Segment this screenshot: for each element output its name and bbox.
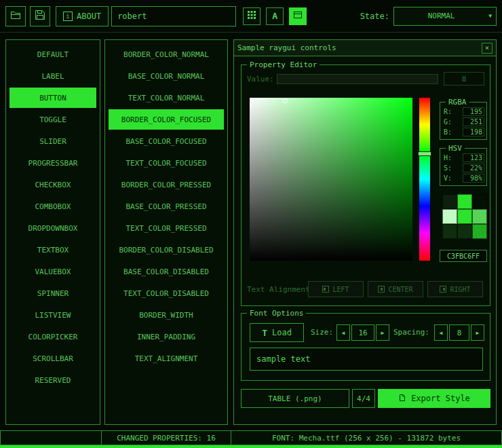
property-item-text-alignment[interactable]: TEXT_ALIGNMENT (109, 348, 224, 369)
font-load-button[interactable]: T Load (250, 323, 304, 342)
size-decrement-button[interactable]: ◀ (336, 324, 350, 341)
save-style-button[interactable] (30, 6, 50, 26)
control-item-scrollbar[interactable]: SCROLLBAR (9, 348, 96, 369)
style-color-swatch-0[interactable] (442, 194, 457, 209)
style-color-swatch-1[interactable] (457, 194, 472, 209)
property-editor-title: Property Editor (247, 60, 320, 69)
property-item-inner-padding[interactable]: INNER_PADDING (109, 326, 224, 347)
control-item-listview[interactable]: LISTVIEW (9, 305, 96, 325)
style-name-input[interactable] (111, 6, 236, 26)
control-item-slider[interactable]: SLIDER (9, 131, 96, 151)
state-dropdown[interactable]: NORMAL ▼ (393, 7, 497, 26)
property-item-base-color-disabled[interactable]: BASE_COLOR_DISABLED (109, 261, 224, 282)
style-color-swatch-6[interactable] (442, 224, 457, 239)
property-item-text-color-pressed[interactable]: TEXT_COLOR_PRESSED (109, 218, 224, 238)
property-item-text-color-disabled[interactable]: TEXT_COLOR_DISABLED (109, 283, 224, 303)
toolbar: i ABOUT A State: NORMAL ▼ (0, 0, 502, 33)
window-titlebar[interactable]: Sample raygui controls × (234, 40, 496, 56)
spacing-increment-button[interactable]: ▶ (471, 324, 484, 341)
grid-icon (247, 10, 256, 22)
value-box[interactable]: 8 (444, 72, 484, 86)
r-value: 195 (463, 107, 484, 116)
property-item-base-color-normal[interactable]: BASE_COLOR_NORMAL (109, 66, 224, 86)
spacing-value[interactable]: 8 (449, 324, 469, 341)
g-value: 251 (463, 117, 484, 126)
about-button[interactable]: i ABOUT (56, 6, 109, 26)
color-picker-panel[interactable] (250, 98, 412, 261)
property-item-base-color-focused[interactable]: BASE_COLOR_FOCUSED (109, 131, 224, 151)
property-item-border-color-pressed[interactable]: BORDER_COLOR_PRESSED (109, 174, 224, 195)
sample-text-input[interactable]: sample text (250, 348, 483, 371)
statusbar-font-info: FONT: Mecha.ttf (256 x 256) - 131872 byt… (231, 430, 502, 445)
style-color-swatch-8[interactable] (472, 224, 487, 239)
size-increment-button[interactable]: ▶ (376, 324, 389, 341)
statusbar-left-section (0, 430, 102, 445)
export-style-label: Export Style (411, 394, 470, 403)
align-right-label: RIGHT (450, 286, 470, 293)
load-style-button[interactable] (5, 6, 26, 26)
window-controls-icon (293, 10, 303, 22)
font-options-title: Font Options (247, 309, 306, 318)
text-icon: T (262, 328, 267, 338)
size-value[interactable]: 16 (351, 324, 374, 341)
style-color-swatch-7[interactable] (457, 224, 472, 239)
control-item-progressbar[interactable]: PROGRESSBAR (9, 153, 96, 173)
control-item-toggle[interactable]: TOGGLE (9, 109, 96, 130)
window-close-button[interactable]: × (482, 43, 493, 54)
control-item-default[interactable]: DEFAULT (9, 44, 96, 64)
hsv-row-s: S: 22% (442, 163, 484, 172)
chevron-down-icon: ▼ (488, 13, 492, 19)
property-item-text-color-normal[interactable]: TEXT_COLOR_NORMAL (109, 88, 224, 108)
control-item-spinner[interactable]: SPINNER (9, 283, 96, 303)
align-left-button[interactable]: LEFT (308, 281, 364, 297)
rgba-title: RGBA (446, 98, 469, 107)
font-atlas-view-button[interactable]: A (266, 7, 284, 25)
s-value: 22% (463, 164, 484, 172)
style-color-grid (442, 194, 487, 239)
align-center-label: CENTER (388, 286, 412, 293)
rguistyler-window: i ABOUT A State: NORMAL ▼ DEFAULTLABELBU… (0, 0, 502, 448)
property-item-text-color-focused[interactable]: TEXT_COLOR_FOCUSED (109, 153, 224, 173)
property-editor-group: Property Editor Value: 8 RGBA R: 195 G: (241, 64, 490, 306)
hue-slider[interactable] (419, 98, 430, 261)
value-slider[interactable] (277, 74, 438, 84)
property-item-base-color-pressed[interactable]: BASE_COLOR_PRESSED (109, 196, 224, 217)
chevron-left-icon: ◀ (342, 330, 345, 336)
align-center-button[interactable]: CENTER (368, 281, 423, 297)
chevron-right-icon: ▶ (381, 330, 385, 336)
style-color-swatch-3[interactable] (442, 209, 457, 224)
rgba-row-g: G: 251 (442, 117, 484, 126)
controls-view-button[interactable] (289, 7, 307, 25)
hsv-rows: H: 123 S: 22% V: 98% (442, 153, 484, 183)
control-item-combobox[interactable]: COMBOBOX (9, 196, 96, 217)
align-right-button[interactable]: RIGHT (427, 281, 483, 297)
property-item-border-color-focused[interactable]: BORDER_COLOR_FOCUSED (109, 109, 224, 130)
control-item-button[interactable]: BUTTON (9, 88, 96, 108)
hex-color-value[interactable]: C3FBC6FF (440, 250, 487, 262)
value-label: Value: (247, 75, 274, 83)
property-item-border-color-normal[interactable]: BORDER_COLOR_NORMAL (109, 44, 224, 64)
color-picker-cursor[interactable] (283, 98, 288, 103)
export-style-button[interactable]: Export Style (378, 389, 490, 408)
control-item-colorpicker[interactable]: COLORPICKER (9, 326, 96, 347)
export-format-dropdown[interactable]: TABLE (.png) (241, 389, 349, 408)
style-color-swatch-5[interactable] (472, 209, 487, 224)
hue-slider-handle[interactable] (418, 151, 431, 156)
info-icon: i (63, 12, 73, 21)
rgba-group: RGBA R: 195 G: 251 B: 198 (440, 102, 487, 140)
style-color-swatch-2[interactable] (472, 194, 487, 209)
control-item-reserved[interactable]: RESERVED (9, 370, 96, 390)
control-item-label[interactable]: LABEL (9, 66, 96, 86)
control-item-textbox[interactable]: TEXTBOX (9, 240, 96, 260)
property-item-border-color-disabled[interactable]: BORDER_COLOR_DISABLED (109, 240, 224, 260)
control-item-dropdownbox[interactable]: DROPDOWNBOX (9, 218, 96, 238)
control-item-valuebox[interactable]: VALUEBOX (9, 261, 96, 282)
spacing-decrement-button[interactable]: ◀ (434, 324, 448, 341)
style-color-swatch-4[interactable] (457, 209, 472, 224)
h-label: H: (444, 154, 452, 162)
chevron-left-icon: ◀ (440, 330, 443, 336)
style-table-view-button[interactable] (243, 7, 260, 25)
control-item-checkbox[interactable]: CHECKBOX (9, 174, 96, 195)
property-item-border-width[interactable]: BORDER_WIDTH (109, 305, 224, 325)
pages-value[interactable]: 4/4 (352, 389, 375, 408)
